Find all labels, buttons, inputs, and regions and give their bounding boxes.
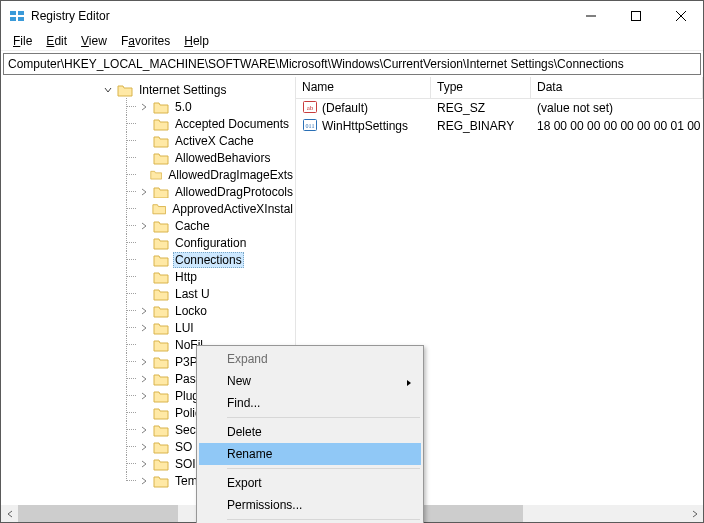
chevron-right-icon[interactable] — [137, 185, 151, 199]
scroll-thumb[interactable] — [18, 505, 178, 522]
folder-icon — [150, 168, 162, 182]
list-header: Name Type Data — [296, 77, 703, 99]
chevron-right-icon[interactable] — [137, 372, 151, 386]
folder-icon — [153, 117, 169, 131]
svg-rect-1 — [18, 11, 24, 15]
folder-icon — [152, 202, 167, 216]
folder-icon — [153, 389, 169, 403]
value-name: WinHttpSettings — [322, 119, 408, 133]
chevron-right-icon[interactable] — [137, 440, 151, 454]
folder-icon — [153, 219, 169, 233]
context-new[interactable]: New — [199, 370, 421, 392]
reg-binary-icon: 011 — [302, 117, 318, 136]
tree-node[interactable]: AllowedDragProtocols — [137, 183, 295, 200]
chevron-right-icon[interactable] — [137, 321, 151, 335]
context-separator — [227, 417, 420, 418]
context-find[interactable]: Find... — [199, 392, 421, 414]
scroll-left-button[interactable] — [1, 505, 18, 522]
value-type: REG_BINARY — [431, 119, 531, 133]
tree-node[interactable]: Accepted Documents — [137, 115, 295, 132]
chevron-right-icon[interactable] — [137, 457, 151, 471]
folder-icon — [153, 457, 169, 471]
context-expand[interactable]: Expand — [199, 348, 421, 370]
folder-icon — [153, 134, 169, 148]
tree-node-label: Locko — [173, 304, 209, 318]
context-export[interactable]: Export — [199, 472, 421, 494]
expander-empty — [137, 287, 151, 301]
expander-empty — [137, 338, 151, 352]
folder-icon — [153, 423, 169, 437]
chevron-right-icon[interactable] — [137, 100, 151, 114]
minimize-button[interactable] — [568, 1, 613, 31]
tree-node[interactable]: AllowedDragImageExts — [137, 166, 295, 183]
tree-node-label: SO — [173, 440, 194, 454]
tree-node[interactable]: ApprovedActiveXInstal — [137, 200, 295, 217]
menu-file[interactable]: File — [7, 33, 38, 49]
reg-string-icon: ab — [302, 99, 318, 118]
close-button[interactable] — [658, 1, 703, 31]
submenu-arrow-icon — [405, 376, 413, 390]
list-rows: ab(Default)REG_SZ(value not set)011WinHt… — [296, 99, 703, 135]
chevron-right-icon[interactable] — [137, 355, 151, 369]
column-header-type[interactable]: Type — [431, 77, 531, 98]
chevron-down-icon[interactable] — [101, 83, 115, 97]
expander-empty — [137, 151, 151, 165]
folder-icon — [153, 406, 169, 420]
tree-root-label: Internet Settings — [137, 83, 228, 97]
folder-icon — [153, 287, 169, 301]
tree-node[interactable]: ActiveX Cache — [137, 132, 295, 149]
folder-icon — [153, 338, 169, 352]
folder-icon — [153, 355, 169, 369]
folder-icon — [153, 270, 169, 284]
tree-node-label: 5.0 — [173, 100, 194, 114]
list-row[interactable]: 011WinHttpSettingsREG_BINARY18 00 00 00 … — [296, 117, 703, 135]
tree-node[interactable]: Http — [137, 268, 295, 285]
tree-node[interactable]: Connections — [137, 251, 295, 268]
expander-empty — [137, 134, 151, 148]
address-bar[interactable]: Computer\HKEY_LOCAL_MACHINE\SOFTWARE\Mic… — [3, 53, 701, 75]
expander-empty — [137, 253, 151, 267]
chevron-right-icon[interactable] — [137, 304, 151, 318]
expander-empty — [137, 270, 151, 284]
column-header-name[interactable]: Name — [296, 77, 431, 98]
tree-node[interactable]: Cache — [137, 217, 295, 234]
address-path: Computer\HKEY_LOCAL_MACHINE\SOFTWARE\Mic… — [8, 57, 624, 71]
tree-node-label: Accepted Documents — [173, 117, 291, 131]
folder-icon — [153, 372, 169, 386]
value-data: (value not set) — [531, 101, 703, 115]
context-menu: Expand New Find... Delete Rename Export … — [196, 345, 424, 523]
maximize-button[interactable] — [613, 1, 658, 31]
chevron-right-icon[interactable] — [137, 389, 151, 403]
context-delete[interactable]: Delete — [199, 421, 421, 443]
folder-icon — [153, 474, 169, 488]
folder-icon — [153, 236, 169, 250]
scroll-right-button[interactable] — [686, 505, 703, 522]
tree-node-label: LUI — [173, 321, 196, 335]
tree-node[interactable]: AllowedBehaviors — [137, 149, 295, 166]
folder-icon — [153, 100, 169, 114]
svg-rect-5 — [631, 12, 640, 21]
context-permissions[interactable]: Permissions... — [199, 494, 421, 516]
tree-node[interactable]: Configuration — [137, 234, 295, 251]
column-header-data[interactable]: Data — [531, 77, 703, 98]
tree-node-label: AllowedBehaviors — [173, 151, 272, 165]
menu-view[interactable]: View — [75, 33, 113, 49]
tree-node[interactable]: 5.0 — [137, 98, 295, 115]
tree-node-label: ActiveX Cache — [173, 134, 256, 148]
context-rename[interactable]: Rename — [199, 443, 421, 465]
tree-node[interactable]: Locko — [137, 302, 295, 319]
chevron-right-icon[interactable] — [137, 219, 151, 233]
expander-empty — [137, 117, 151, 131]
tree-node-label: AllowedDragProtocols — [173, 185, 295, 199]
menu-edit[interactable]: Edit — [40, 33, 73, 49]
tree-node-label: AllowedDragImageExts — [166, 168, 295, 182]
chevron-right-icon[interactable] — [137, 474, 151, 488]
tree-node[interactable]: Last U — [137, 285, 295, 302]
chevron-right-icon[interactable] — [137, 423, 151, 437]
menu-help[interactable]: Help — [178, 33, 215, 49]
tree-node[interactable]: LUI — [137, 319, 295, 336]
menu-favorites[interactable]: Favorites — [115, 33, 176, 49]
list-row[interactable]: ab(Default)REG_SZ(value not set) — [296, 99, 703, 117]
tree-root-node[interactable]: Internet Settings — [101, 81, 295, 98]
registry-editor-window: Registry Editor File Edit View Favorites… — [0, 0, 704, 523]
